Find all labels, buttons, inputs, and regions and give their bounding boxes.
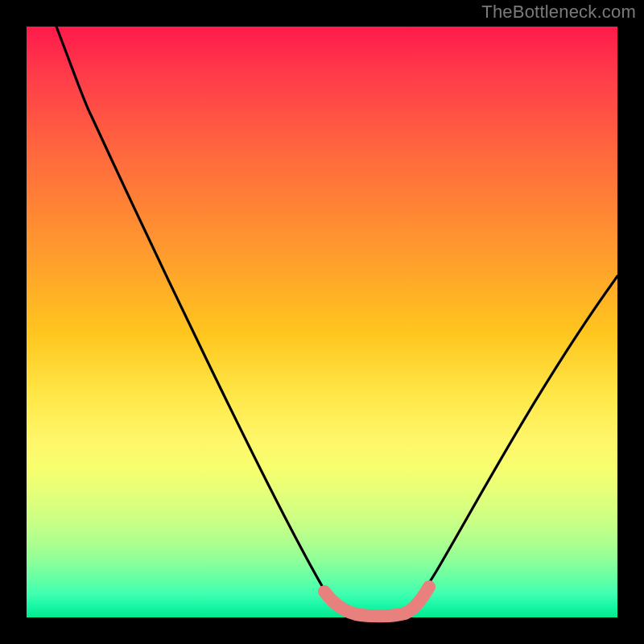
curve-layer <box>27 27 617 617</box>
optimal-band <box>324 587 429 616</box>
bottleneck-curve <box>56 27 617 615</box>
plot-area <box>27 27 617 617</box>
watermark-label: TheBottleneck.com <box>481 2 636 23</box>
chart-frame: TheBottleneck.com <box>0 0 644 644</box>
